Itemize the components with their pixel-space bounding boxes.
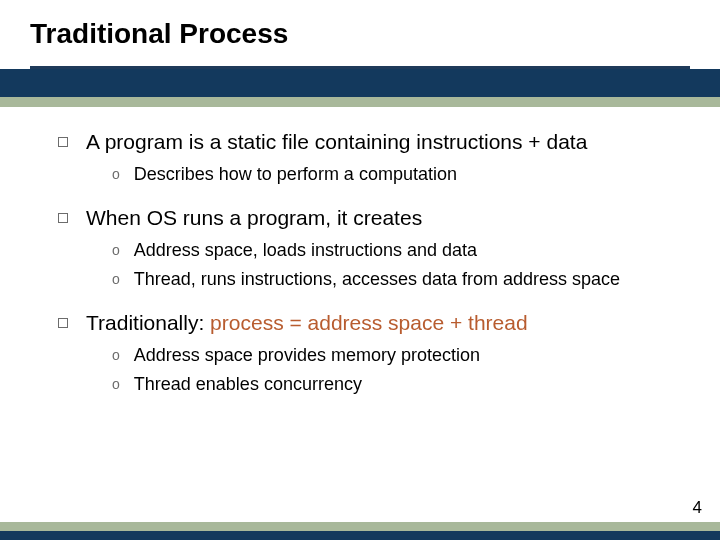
bullet-1-text: A program is a static file containing in… xyxy=(86,129,587,155)
square-bullet-icon xyxy=(58,318,68,328)
bullet-1-subs: o Describes how to perform a computation xyxy=(112,163,680,186)
sub-text: Describes how to perform a computation xyxy=(134,163,457,186)
circle-bullet-icon: o xyxy=(112,268,120,290)
bullet-2-text: When OS runs a program, it creates xyxy=(86,205,422,231)
band-navy xyxy=(0,69,720,97)
title-block: Traditional Process xyxy=(0,0,720,60)
footer-band-sage xyxy=(0,522,720,531)
sub-text: Address space, loads instructions and da… xyxy=(134,239,477,262)
footer-band-navy xyxy=(0,531,720,540)
bullet-2: When OS runs a program, it creates xyxy=(58,205,680,231)
bullet-1: A program is a static file containing in… xyxy=(58,129,680,155)
bullet-2-subs: o Address space, loads instructions and … xyxy=(112,239,680,292)
circle-bullet-icon: o xyxy=(112,373,120,395)
sub-item: o Address space provides memory protecti… xyxy=(112,344,680,367)
sub-item: o Address space, loads instructions and … xyxy=(112,239,680,262)
slide-title: Traditional Process xyxy=(30,18,690,50)
bullet-3-text: Traditionally: process = address space +… xyxy=(86,310,528,336)
circle-bullet-icon: o xyxy=(112,344,120,366)
circle-bullet-icon: o xyxy=(112,239,120,261)
bullet-3: Traditionally: process = address space +… xyxy=(58,310,680,336)
square-bullet-icon xyxy=(58,137,68,147)
bullet-3-accent: process = address space + thread xyxy=(210,311,528,334)
band-sage xyxy=(0,97,720,107)
bullet-3-pre: Traditionally: xyxy=(86,311,210,334)
square-bullet-icon xyxy=(58,213,68,223)
page-number: 4 xyxy=(693,498,702,518)
sub-text: Address space provides memory protection xyxy=(134,344,480,367)
sub-item: o Thread enables concurrency xyxy=(112,373,680,396)
circle-bullet-icon: o xyxy=(112,163,120,185)
sub-text: Thread, runs instructions, accesses data… xyxy=(134,268,620,291)
content-area: A program is a static file containing in… xyxy=(0,107,720,397)
sub-item: o Thread, runs instructions, accesses da… xyxy=(112,268,680,291)
sub-text: Thread enables concurrency xyxy=(134,373,362,396)
header-bands xyxy=(0,69,720,107)
bullet-3-subs: o Address space provides memory protecti… xyxy=(112,344,680,397)
slide: Traditional Process A program is a stati… xyxy=(0,0,720,540)
sub-item: o Describes how to perform a computation xyxy=(112,163,680,186)
